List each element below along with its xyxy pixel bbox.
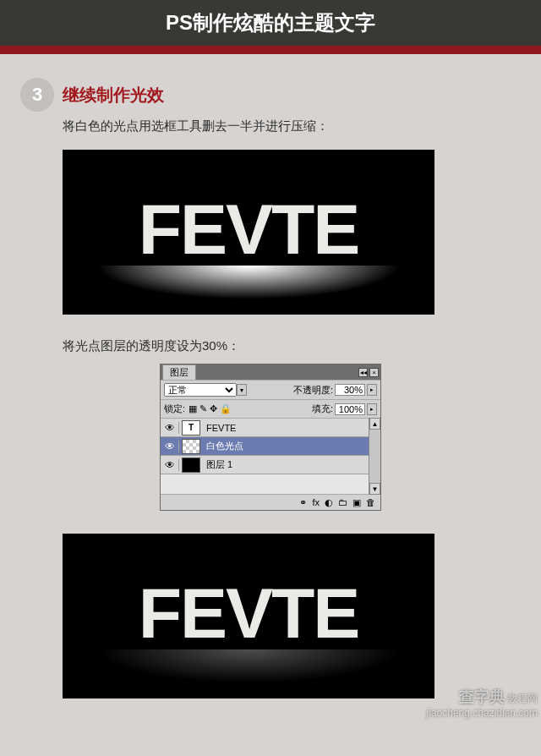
watermark-sub: 教程网 xyxy=(507,693,538,704)
layer-name[interactable]: 图层 1 xyxy=(206,458,232,471)
panel-tab-layers[interactable]: 图层 xyxy=(162,364,196,380)
layers-panel: 图层 ◂◂ × 正常 ▼ 不透明度: 30% ▸ 锁定: ▦ ✎ xyxy=(161,364,380,510)
layers-list: 👁 T FEVTE 👁 白色光点 👁 图层 1 xyxy=(161,418,369,495)
opacity-label: 不透明度: xyxy=(293,384,333,397)
panel-minimize-icon[interactable]: ◂◂ xyxy=(358,368,368,377)
step-header: 3 继续制作光效 xyxy=(20,78,521,112)
layer-name[interactable]: 白色光点 xyxy=(206,440,243,452)
blend-mode-select[interactable]: 正常 xyxy=(164,383,237,397)
fill-label: 填充: xyxy=(312,403,333,415)
visibility-toggle-icon[interactable]: 👁 xyxy=(161,459,179,471)
layer-name[interactable]: FEVTE xyxy=(206,423,236,433)
watermark-url: jiaocheng.chazidian.com xyxy=(427,707,538,719)
lock-paint-icon[interactable]: ✎ xyxy=(199,403,207,414)
layer-row[interactable]: 👁 T FEVTE xyxy=(161,419,369,437)
lock-row: 锁定: ▦ ✎ ✥ 🔒 填充: 100% ▸ xyxy=(161,399,380,418)
new-layer-icon[interactable]: ▣ xyxy=(352,497,361,508)
layer-style-icon[interactable]: fx xyxy=(312,497,320,507)
layers-panel-wrap: 图层 ◂◂ × 正常 ▼ 不透明度: 30% ▸ 锁定: ▦ ✎ xyxy=(20,364,521,510)
step-container: 3 继续制作光效 将白色的光点用选框工具删去一半并进行压缩： FEVTE 将光点… xyxy=(0,78,541,698)
watermark-main: 查字典 xyxy=(459,688,505,705)
blend-row: 正常 ▼ 不透明度: 30% ▸ xyxy=(161,380,380,399)
opacity-value[interactable]: 30% xyxy=(335,384,365,396)
panel-titlebar: 图层 ◂◂ × xyxy=(161,364,380,380)
layer-row[interactable]: 👁 图层 1 xyxy=(161,456,369,474)
preview-image-2: FEVTE xyxy=(63,534,434,698)
layers-scrollbar[interactable]: ▲ ▼ xyxy=(369,418,380,495)
layer-thumb-text-icon: T xyxy=(182,420,200,436)
page-title: PS制作炫酷的主题文字 xyxy=(0,0,541,46)
lock-all-icon[interactable]: 🔒 xyxy=(220,403,232,414)
scroll-down-icon[interactable]: ▼ xyxy=(369,483,380,495)
step-title: 继续制作光效 xyxy=(63,84,164,107)
layer-thumb-black-icon xyxy=(182,457,200,473)
lock-label: 锁定: xyxy=(164,403,185,415)
delete-layer-icon[interactable]: 🗑 xyxy=(366,497,375,507)
layers-area: 👁 T FEVTE 👁 白色光点 👁 图层 1 xyxy=(161,418,380,495)
lock-move-icon[interactable]: ✥ xyxy=(210,403,217,414)
panel-close-icon[interactable]: × xyxy=(369,368,379,377)
panel-footer: ⚭ fx ◐ 🗀 ▣ 🗑 xyxy=(161,495,380,510)
layer-thumb-transparent-icon xyxy=(182,439,200,454)
watermark: 查字典 教程网 jiaocheng.chazidian.com xyxy=(427,688,538,719)
visibility-toggle-icon[interactable]: 👁 xyxy=(161,422,179,434)
opacity-stepper-icon[interactable]: ▸ xyxy=(367,384,377,396)
layer-mask-icon[interactable]: ◐ xyxy=(325,497,333,508)
layers-empty-area xyxy=(161,474,369,495)
blend-dropdown-icon[interactable]: ▼ xyxy=(237,384,247,396)
fevte-text: FEVTE xyxy=(139,188,359,270)
link-layers-icon[interactable]: ⚭ xyxy=(299,497,307,508)
visibility-toggle-icon[interactable]: 👁 xyxy=(161,441,179,452)
lock-transparent-icon[interactable]: ▦ xyxy=(189,403,197,414)
step-number-badge: 3 xyxy=(20,78,54,112)
scroll-up-icon[interactable]: ▲ xyxy=(369,418,380,430)
layer-row[interactable]: 👁 白色光点 xyxy=(161,437,369,456)
divider-bar xyxy=(0,46,541,54)
step-description-2: 将光点图层的透明度设为30%： xyxy=(63,338,521,354)
new-group-icon[interactable]: 🗀 xyxy=(338,497,347,507)
lock-icons: ▦ ✎ ✥ 🔒 xyxy=(189,403,232,414)
fill-value[interactable]: 100% xyxy=(335,403,365,415)
fevte-text: FEVTE xyxy=(139,572,359,654)
fill-stepper-icon[interactable]: ▸ xyxy=(367,403,377,415)
preview-image-1: FEVTE xyxy=(63,150,434,315)
step-description-1: 将白色的光点用选框工具删去一半并进行压缩： xyxy=(63,118,521,134)
